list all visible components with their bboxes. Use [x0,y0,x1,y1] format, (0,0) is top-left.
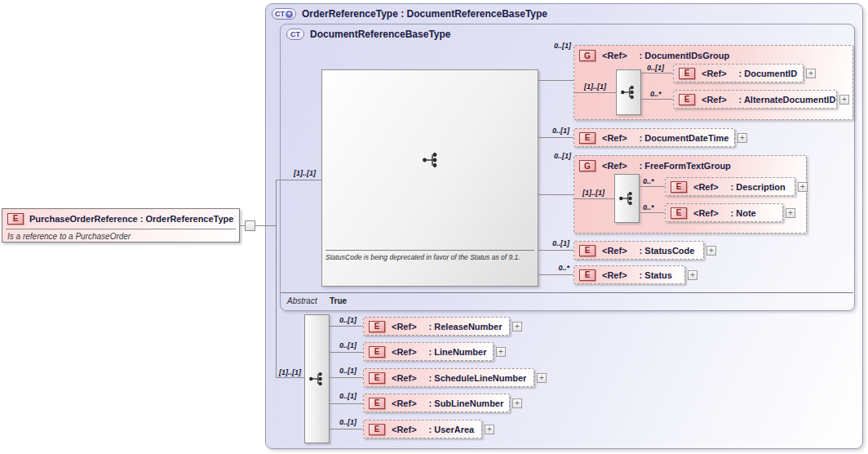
abstract-value: True [330,296,347,305]
expand-icon[interactable]: + [688,270,698,280]
element-icon: E [369,372,385,384]
ref-label: <Ref> [392,373,417,383]
element-name: : SubLineNumber [429,398,504,408]
element-icon: E [671,207,687,219]
connector [255,225,276,226]
ref-label: <Ref> [693,208,719,218]
inner-container-title: DocumentReferenceBaseType [310,29,451,40]
element-icon: E [7,213,24,225]
base-content-model-box[interactable]: StatusCode is being deprecated in favor … [321,69,538,287]
element-icon: E [369,424,385,435]
ref-label: <Ref> [392,398,417,408]
connector [640,212,665,213]
ref-label: <Ref> [602,246,627,256]
source-annotation: Is a reference to a PurchaseOrder [7,232,131,241]
element-documentdatetime[interactable]: E <Ref> : DocumentDateTime + [574,128,735,147]
outer-container-title: OrderReferenceType : DocumentReferenceBa… [302,8,547,20]
element-name: : AlternateDocumentID [739,95,836,105]
element-userarea[interactable]: E <Ref> : UserArea + [363,420,482,438]
connection-handle[interactable] [245,220,255,231]
expand-icon[interactable]: + [737,133,747,143]
element-name: : ScheduleLineNumber [429,373,527,383]
element-statuscode[interactable]: E <Ref> : StatusCode + [574,241,704,260]
element-icon: E [369,321,385,332]
connector [538,274,574,275]
connector [538,250,574,251]
connector [641,99,673,100]
source-element-header: E PurchaseOrderReference : OrderReferenc… [2,209,239,228]
element-name: : DocumentDateTime [640,133,729,143]
expand-icon[interactable]: + [839,95,849,105]
group-name: : FreeFormTextGroup [640,161,731,171]
element-documentid[interactable]: E <Ref> : DocumentID + [673,64,804,82]
expand-icon[interactable]: + [512,322,522,332]
cardinality-documentdatetime: 0..[1] [545,127,569,135]
element-schedulelinenumber[interactable]: E <Ref> : ScheduleLineNumber + [363,368,534,387]
sequence-icon [619,84,639,100]
connector [538,80,574,81]
group-header: G <Ref> : FreeFormTextGroup [574,156,806,176]
element-alternatedocumentid[interactable]: E <Ref> : AlternateDocumentID + [673,90,837,109]
element-name: : DocumentID [739,69,798,78]
ref-label: <Ref> [602,51,627,60]
element-icon: E [579,245,596,256]
expand-icon[interactable]: + [485,425,494,434]
connector [640,186,665,187]
sequence-compositor[interactable] [614,174,640,223]
abstract-divider [281,292,853,293]
cardinality-freeformtextgroup: 0..[1] [547,152,571,160]
sequence-icon [421,151,442,169]
expand-icon[interactable]: + [537,373,547,383]
element-linenumber[interactable]: E <Ref> : LineNumber + [363,342,494,361]
cardinality-releasenumber: 0..[1] [339,316,356,324]
sequence-compositor-extension[interactable] [304,314,330,443]
group-icon: G [579,160,596,171]
cardinality-documentid: 0..[1] [647,64,664,72]
element-note[interactable]: E <Ref> : Note + [665,203,783,222]
element-purchaseorderreference[interactable]: E PurchaseOrderReference : OrderReferenc… [2,208,240,243]
complextype-header: CT+ OrderReferenceType : DocumentReferen… [272,8,547,20]
expand-icon[interactable]: + [806,69,816,78]
connector [276,377,304,378]
element-sublinenumber[interactable]: E <Ref> : SubLineNumber + [363,394,510,412]
connector [538,137,574,138]
connector [276,180,321,180]
element-releasenumber[interactable]: E <Ref> : ReleaseNumber + [363,317,510,336]
ct-icon-label: CT [275,10,285,18]
element-description[interactable]: E <Ref> : Description + [665,177,795,196]
element-icon: E [679,94,695,105]
cardinality-status: 0..* [548,264,569,272]
connector [330,429,363,430]
cardinality-schedulelinenumber: 0..[1] [339,367,356,375]
cardinality-userarea: 0..[1] [339,418,356,426]
deprecation-annotation: StatusCode is being deprecated in favor … [326,253,536,261]
source-element-title: PurchaseOrderReference : OrderReferenceT… [29,214,233,224]
ref-label: <Ref> [392,425,417,434]
base-type-header: CT DocumentReferenceBaseType [286,29,451,40]
expand-icon[interactable]: + [706,246,716,256]
ref-label: <Ref> [602,270,627,280]
cardinality-base: [1]..[1] [294,169,316,177]
cardinality-seq: [1]..[1] [582,189,604,197]
element-name: : StatusCode [640,246,695,256]
element-name: : Description [731,182,786,192]
expand-icon[interactable]: + [786,208,795,218]
sequence-compositor[interactable] [616,69,641,115]
connector [240,225,245,226]
expand-icon[interactable]: + [512,398,522,408]
connector [538,194,574,195]
cardinality-sublinenumber: 0..[1] [339,392,356,400]
element-name: : Status [640,270,672,280]
ref-label: <Ref> [702,95,727,105]
ct-icon-label: CT [290,30,300,38]
derivation-plus-icon: + [286,11,293,18]
expand-icon[interactable]: + [798,182,808,192]
cardinality-note: 0..* [643,203,654,211]
element-name: : UserArea [429,425,475,434]
element-name: : Note [731,208,756,218]
element-status[interactable]: E <Ref> : Status + [574,265,685,284]
connector [276,180,277,377]
connector [574,92,616,93]
expand-icon[interactable]: + [496,347,506,357]
ref-label: <Ref> [693,182,719,192]
